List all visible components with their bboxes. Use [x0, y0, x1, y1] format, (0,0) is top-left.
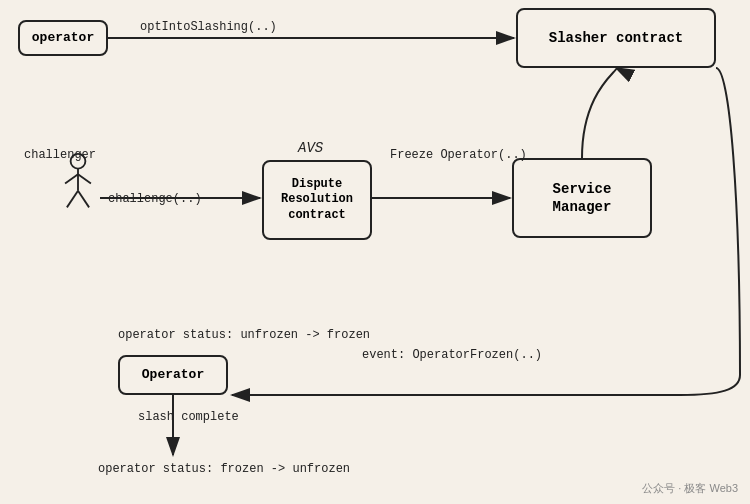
opt-into-slashing-label: optIntoSlashing(..) [140, 20, 277, 34]
freeze-operator-label: Freeze Operator(..) [390, 148, 527, 162]
operator-top-label: operator [32, 30, 94, 47]
diagram-container: operator Slasher contract Dispute Resolu… [0, 0, 750, 504]
slasher-label: Slasher contract [549, 29, 683, 47]
challenger-label: challenger [24, 148, 96, 162]
operator-status-unfrozen-label: operator status: unfrozen -> frozen [118, 328, 370, 342]
dispute-box: Dispute Resolution contract [262, 160, 372, 240]
operator-top-box: operator [18, 20, 108, 56]
slasher-box: Slasher contract [516, 8, 716, 68]
svg-line-2 [65, 174, 78, 183]
challenge-label: challenge(..) [108, 192, 202, 206]
svg-line-3 [78, 174, 91, 183]
operator-bottom-box: Operator [118, 355, 228, 395]
avs-label: AVS [298, 140, 323, 156]
service-manager-label: Service Manager [524, 180, 640, 216]
service-manager-box: Service Manager [512, 158, 652, 238]
slash-complete-label: slash complete [138, 410, 239, 424]
svg-line-4 [67, 191, 78, 208]
svg-line-5 [78, 191, 89, 208]
arrows-svg [0, 0, 750, 504]
operator-bottom-label: Operator [142, 367, 204, 384]
dispute-label: Dispute Resolution contract [281, 177, 353, 224]
operator-status-frozen-label: operator status: frozen -> unfrozen [98, 462, 350, 476]
watermark: 公众号 · 极客 Web3 [642, 481, 738, 496]
event-operator-frozen-label: event: OperatorFrozen(..) [362, 348, 542, 362]
